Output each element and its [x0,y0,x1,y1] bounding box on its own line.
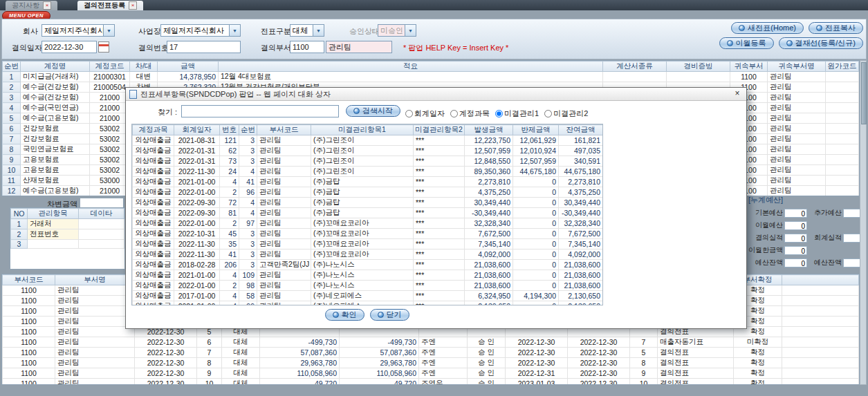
cell: 관리팀 [257,270,311,281]
open-item-row[interactable]: 외상매출금2021-01-00499관리팀(주)네오피에스***2,130,65… [133,301,603,306]
open-item-row[interactable]: 외상매출금2022-11-30413관리팀(주)꼬매요코리아***4,092,0… [133,249,603,260]
tab-notice[interactable]: 공지사항 × [6,1,57,10]
open-item-row[interactable]: 외상매출금2017-01-00458관리팀(주)네오피에스***6,324,95… [133,291,603,301]
toolbar-button[interactable]: 결재선(등록/신규) [779,37,863,49]
cell: 10 [197,379,222,386]
cell: 건강보험료 [21,134,90,144]
radio-input[interactable] [495,110,503,117]
cell [826,176,859,186]
cell: 1100 [3,285,55,296]
column-header: 부서명 [55,275,135,285]
popup-search-button[interactable]: 검색시작 [346,105,400,117]
radio-input[interactable] [544,110,552,117]
toolbar-button[interactable]: 이월등록 [719,37,774,49]
open-item-row[interactable]: 외상매출금2022-01-31623관리팀(주)그린조이***12,507,95… [133,146,603,156]
voucher-row[interactable]: 1100관리팀2022-12-3010대체49,72049,720조영우승 인2… [3,379,859,386]
cell: 29,963,780 [340,358,419,368]
cell: 승 인 [468,368,506,379]
cell: 미확정 [734,337,782,348]
popup-radio[interactable]: 회계일자 [405,109,445,117]
voucher-row[interactable]: 1100관리팀2022-12-309대체110,058,960110,058,9… [3,368,859,379]
cell: 1100 [3,337,55,348]
cell: 53000 [90,176,130,186]
popup-radio[interactable]: 미결관리1 [495,109,539,117]
vertical-scrollbar[interactable] [860,60,867,385]
cell: 2021-01-00 [174,270,220,281]
open-item-row[interactable]: 외상매출금2022-11-30244관리팀(주)그린조이***89,350,36… [133,167,603,177]
approval-select[interactable]: 미승인 ▼ [378,24,416,37]
toolbar-button[interactable]: 전표복사 [809,22,863,34]
popup-radio[interactable]: 미결관리2 [544,109,588,117]
cell: 관리팀 [257,281,311,291]
open-item-row[interactable]: 외상매출금2022-10-31453관리팀(주)꼬매요코리아***7,672,5… [133,229,603,239]
company-select[interactable]: 제일저지주식회사 ▼ [41,24,115,37]
open-item-row[interactable]: 외상매출금2022-01-00298관리팀(주)나노시스***21,038,60… [133,281,603,291]
voucher-row[interactable]: 1100관리팀2022-12-306대체-499,730-499,730주엔승 … [3,337,859,348]
site-select[interactable]: 제일저지주식회사 ▼ [160,24,241,37]
tab-voucher-entry[interactable]: 결의전표등록 × [77,1,143,10]
open-item-row[interactable]: 외상매출금2018-02-282063고객만족2팀(JJ(주)나노시스***21… [133,260,603,270]
open-item-row[interactable]: 외상매출금2022-01-00296관리팀(주)금탑***4,375,25004… [133,187,603,198]
open-item-row[interactable]: 외상매출금2022-11-30353관리팀(주)꼬매요코리아***7,345,1… [133,239,603,249]
voucher-row[interactable]: 1100관리팀2022-12-308대체29,963,78029,963,780… [3,358,859,368]
open-item-row[interactable]: 외상매출금2022-01-00297관리팀(주)꼬매요코리아***32,328,… [133,218,603,229]
cell: 관리팀 [55,285,135,296]
dept-code-input[interactable] [290,41,324,53]
mgmt-item-row[interactable]: 1거래처 [11,219,124,229]
debit-amount-field[interactable] [80,198,124,208]
tab-close-icon[interactable]: × [129,1,137,10]
open-item-row[interactable]: 외상매출금2021-01-004109관리팀(주)나노시스***21,038,6… [133,270,603,281]
cell: 53002 [90,155,130,165]
popup-close-button[interactable]: 닫기 [370,309,409,321]
cell: (주)나노시스 [311,281,414,291]
cell: *** [414,135,465,146]
cell: 미수금 [21,196,90,197]
open-item-row[interactable]: 외상매출금2022-09-30814관리팀(주)금탑***-30,349,440… [133,208,603,218]
cell: 2021-01-00 [174,177,220,187]
cell: 12,223,750 [465,135,513,146]
popup-ok-button[interactable]: 확인 [325,309,364,321]
voucher-row[interactable]: 1100관리팀2022-12-307대체57,087,36057,087,360… [3,348,859,358]
cell: (주)꼬매요코리아 [311,229,414,239]
popup-search-input[interactable] [181,105,339,117]
popup-titlebar: 전표세부항목(SPNDCDPop) 팝업 -- 웹 페이지 대화 상자 × [126,88,746,101]
cell: 7,672,500 [559,229,603,239]
cell: 관리팀 [257,291,311,301]
toolbar-button[interactable]: 새전표(Home) [731,22,804,34]
chevron-down-icon: ▼ [229,25,240,36]
open-item-row[interactable]: 외상매출금2021-08-311213관리팀(주)그린조이***12,223,7… [133,135,603,146]
cell: 24 [220,167,239,177]
column-header: 계정코드 [90,62,130,72]
cell [826,113,859,124]
radio-input[interactable] [450,110,458,117]
calendar-icon[interactable] [98,41,109,53]
radio-input[interactable] [405,110,413,117]
cell: 21,038,600 [465,281,513,291]
cell: 12,010,924 [513,146,559,156]
cell: 0 [513,270,559,281]
cell: 53002 [90,165,130,176]
scrollbar-thumb[interactable] [861,62,867,124]
entry-line-row[interactable]: 1미지급금(거래처)21000301대변14,378,95012월 4대보험료1… [3,72,859,82]
cell: 161,821 [559,135,603,146]
cell: *** [414,301,465,306]
cell: 2022-12-30 [135,379,197,386]
cell: 확정 [734,348,782,358]
cell: 외상매출금 [133,229,174,239]
cell: 결의전표 [658,348,734,358]
slip-type-select[interactable]: 대체 ▼ [290,24,324,37]
tab-close-icon[interactable]: × [43,1,51,10]
open-item-row[interactable]: 외상매출금2022-01-31733관리팀(주)그린조이***12,848,55… [133,156,603,167]
cell: (주)금탑 [311,187,414,198]
cell [826,124,859,134]
open-item-row[interactable]: 외상매출금2022-09-30724관리팀(주)금탑***30,349,4400… [133,198,603,208]
popup-radio[interactable]: 계정과목 [450,109,490,117]
mgmt-item-row[interactable]: 3 [11,240,124,249]
resolution-date-input[interactable] [41,41,97,53]
open-item-row[interactable]: 외상매출금2021-01-00441관리팀(주)금탑***2,273,81002… [133,177,603,187]
mgmt-item-row[interactable]: 2전표번호 [11,229,124,240]
cell: 110,058,960 [260,368,340,379]
close-icon[interactable]: × [732,89,743,99]
column-header: 경비증빙 [667,62,730,72]
resolution-no-input[interactable] [167,41,241,53]
